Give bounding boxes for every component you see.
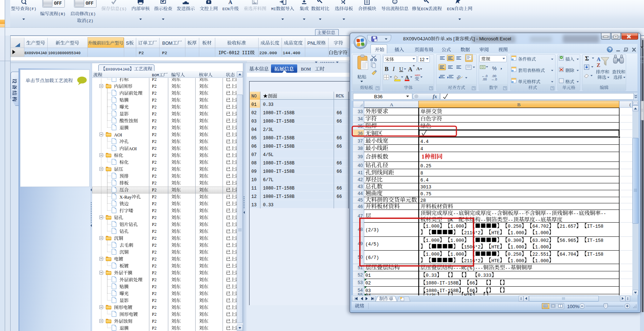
svg-text:HTE: HTE bbox=[491, 259, 500, 264]
svg-text:P2: P2 bbox=[152, 319, 157, 324]
svg-text:11: 11 bbox=[251, 186, 256, 191]
svg-text:P2: P2 bbox=[152, 160, 157, 165]
svg-text:HTE: HTE bbox=[464, 293, 472, 298]
svg-text:--: -- bbox=[535, 218, 541, 223]
svg-text:P2: P2 bbox=[152, 194, 157, 199]
svg-text:P2: P2 bbox=[152, 250, 157, 255]
svg-text:P2: P2 bbox=[152, 236, 157, 241]
svg-text:P2: P2 bbox=[152, 139, 157, 144]
svg-text:21.657: 21.657 bbox=[560, 224, 576, 229]
svg-text:] - Microsoft Excel: ] - Microsoft Excel bbox=[474, 36, 511, 41]
svg-text:P2: P2 bbox=[152, 291, 157, 296]
svg-text:IPC-6012 III: IPC-6012 III bbox=[219, 51, 250, 56]
svg-text:IT-158: IT-158 bbox=[587, 252, 604, 257]
svg-text:0.33: 0.33 bbox=[426, 273, 437, 278]
svg-text:--: -- bbox=[573, 211, 579, 216]
svg-text:01: 01 bbox=[251, 102, 256, 107]
svg-text:ECN: ECN bbox=[223, 7, 230, 11]
svg-text:P2: P2 bbox=[152, 256, 157, 262]
svg-text:P2: P2 bbox=[152, 77, 157, 82]
svg-text:12: 12 bbox=[420, 57, 425, 62]
svg-text:A: A bbox=[390, 102, 393, 107]
svg-text:P2: P2 bbox=[152, 326, 157, 331]
svg-text:66: 66 bbox=[470, 281, 475, 286]
svg-text:MI: MI bbox=[271, 7, 276, 11]
svg-text:P2: P2 bbox=[152, 118, 157, 123]
svg-text:52: 52 bbox=[358, 272, 363, 278]
svg-text:66: 66 bbox=[337, 186, 342, 191]
svg-text:--: -- bbox=[505, 266, 511, 271]
svg-text:--: -- bbox=[508, 218, 513, 223]
svg-text:?: ? bbox=[609, 47, 611, 52]
svg-text:,: , bbox=[500, 64, 502, 71]
svg-text:2/3L: 2/3L bbox=[426, 293, 437, 298]
svg-text:01: 01 bbox=[365, 273, 371, 278]
svg-text:2116*2: 2116*2 bbox=[464, 231, 480, 236]
svg-text:28: 28 bbox=[420, 198, 426, 203]
svg-text:P2: P2 bbox=[162, 51, 167, 55]
svg-text:A: A bbox=[597, 56, 601, 62]
svg-text:.00: .00 bbox=[482, 77, 487, 81]
svg-text:1080-IT-158B: 1080-IT-158B bbox=[263, 111, 294, 116]
svg-text:ECN: ECN bbox=[447, 7, 454, 11]
svg-text:1.000: 1.000 bbox=[511, 259, 525, 264]
svg-text:P2: P2 bbox=[152, 104, 157, 109]
svg-text:X-Ray: X-Ray bbox=[119, 195, 132, 200]
svg-text:P2: P2 bbox=[152, 270, 157, 275]
svg-text:220.000: 220.000 bbox=[259, 51, 277, 55]
svg-text:.xls [: .xls [ bbox=[445, 36, 455, 41]
svg-text:37: 37 bbox=[358, 139, 363, 144]
svg-text:56.965: 56.965 bbox=[560, 238, 576, 243]
svg-text:(6/7): (6/7) bbox=[365, 255, 379, 260]
svg-text:0.25: 0.25 bbox=[420, 164, 431, 169]
svg-text:10010800055340: 10010800055340 bbox=[48, 51, 80, 55]
svg-text:ECN: ECN bbox=[421, 7, 428, 11]
svg-text:53: 53 bbox=[358, 280, 363, 285]
svg-text:BOM: BOM bbox=[162, 41, 172, 46]
svg-text:40: 40 bbox=[358, 163, 363, 168]
svg-text:1.000: 1.000 bbox=[511, 231, 525, 236]
svg-text:wen: wen bbox=[415, 73, 420, 77]
svg-text:U: U bbox=[399, 66, 403, 72]
svg-text:43: 43 bbox=[358, 184, 363, 189]
svg-text:4: 4 bbox=[420, 147, 423, 152]
svg-text:P2: P2 bbox=[152, 229, 157, 234]
svg-text:1.000: 1.000 bbox=[451, 224, 464, 229]
svg-text:1: 1 bbox=[421, 153, 425, 160]
svg-text:→.0: →.0 bbox=[491, 77, 497, 81]
svg-text:PNL: PNL bbox=[307, 41, 316, 46]
svg-text:44: 44 bbox=[358, 191, 363, 196]
svg-text:8X09V04JA0: 8X09V04JA0 bbox=[24, 51, 47, 55]
svg-text:RC%: RC% bbox=[336, 94, 344, 99]
svg-text:144.400: 144.400 bbox=[283, 51, 300, 55]
svg-text:IT-158: IT-158 bbox=[587, 238, 604, 243]
svg-text:34: 34 bbox=[358, 116, 363, 121]
svg-text:1080-IT-158B: 1080-IT-158B bbox=[263, 194, 294, 199]
svg-text:P2: P2 bbox=[152, 298, 157, 303]
svg-text:P2: P2 bbox=[152, 305, 157, 310]
svg-text:P2: P2 bbox=[152, 201, 157, 206]
svg-text:09: 09 bbox=[251, 169, 256, 174]
svg-text:06: 06 bbox=[251, 144, 256, 149]
svg-text:BOM: BOM bbox=[301, 67, 311, 72]
svg-text:I: I bbox=[392, 66, 395, 72]
svg-text:22.551: 22.551 bbox=[533, 252, 549, 257]
svg-text:B: B bbox=[517, 102, 521, 107]
svg-text:fx: fx bbox=[433, 94, 437, 99]
svg-text:1080-IT-158B: 1080-IT-158B bbox=[263, 186, 294, 191]
svg-text:ab: ab bbox=[455, 74, 462, 80]
svg-text:66: 66 bbox=[337, 194, 342, 199]
svg-text:(R): (R) bbox=[58, 12, 66, 16]
svg-text:(2/3): (2/3) bbox=[365, 228, 379, 233]
svg-text:AOI: AOI bbox=[129, 146, 137, 151]
svg-text:1.000: 1.000 bbox=[426, 252, 440, 257]
svg-text:P2: P2 bbox=[152, 208, 157, 213]
svg-text:1.000: 1.000 bbox=[535, 259, 549, 264]
svg-text:0.250: 0.250 bbox=[508, 252, 522, 257]
svg-text:1080-IT-158B: 1080-IT-158B bbox=[263, 161, 294, 166]
svg-text:1.000: 1.000 bbox=[511, 245, 525, 250]
svg-text:45: 45 bbox=[358, 198, 363, 203]
svg-text:1.000: 1.000 bbox=[535, 231, 549, 236]
svg-text:66: 66 bbox=[337, 119, 342, 124]
svg-text:1.000: 1.000 bbox=[426, 238, 440, 243]
